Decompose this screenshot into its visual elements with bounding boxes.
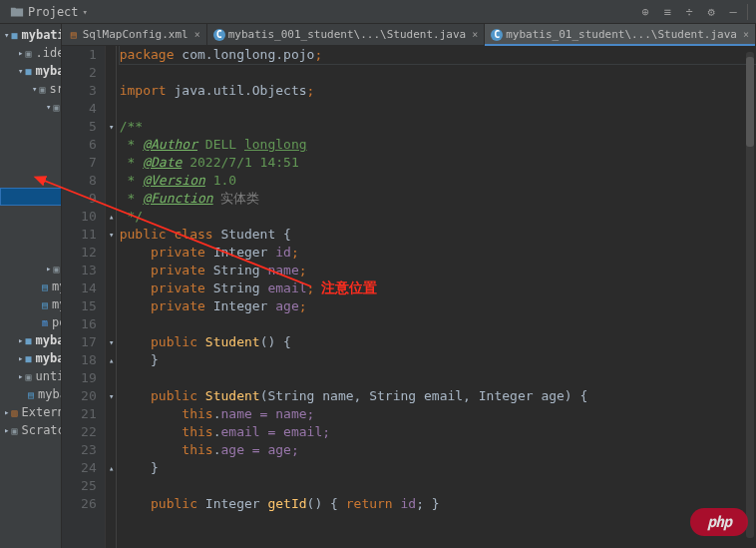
iml-icon: ▤ — [28, 387, 34, 401]
tree-main[interactable]: ▾▣main — [0, 98, 61, 116]
tree-src[interactable]: ▾▣src — [0, 80, 61, 98]
module-icon: ■ — [11, 28, 17, 42]
module-icon: ■ — [25, 333, 31, 347]
folder-icon: ▣ — [25, 369, 31, 383]
tree-module-002[interactable]: ▸■mybatis_002_user — [0, 349, 61, 367]
folder-icon: ▣ — [53, 100, 59, 114]
tree-jdbc-props[interactable]: ▤jdbc.properties — [0, 224, 62, 242]
tree-idea[interactable]: ▸▣.idea — [0, 44, 61, 62]
library-icon: ▥ — [11, 405, 17, 419]
expand-all-icon[interactable]: ≡ — [657, 2, 677, 22]
caret-down-icon: ▾ — [4, 30, 9, 40]
tree-pom[interactable]: mpom.xml — [0, 313, 61, 331]
project-tree[interactable]: ▾■mybatisall2 D:\JAVA\mybatisall2 ▸▣.ide… — [0, 24, 62, 548]
scrollbar-thumb[interactable] — [746, 57, 754, 147]
tab-student-01[interactable]: Cmybatis_01_student\...\Student.java× — [485, 24, 756, 45]
project-label: Project — [28, 5, 79, 19]
folder-icon: ▣ — [39, 82, 45, 96]
tab-student-001[interactable]: Cmybatis_001_student\...\Student.java× — [207, 24, 485, 45]
code-editor[interactable]: 1234 5678 9101112 13141516 17181920 2122… — [62, 46, 756, 548]
tree-mybatis-iml[interactable]: ▤mybatis.iml — [0, 277, 61, 295]
select-opened-file-icon[interactable]: ⊕ — [635, 2, 655, 22]
top-toolbar: Project ▾ ⊕ ≡ ÷ ⚙ — — [0, 0, 756, 24]
fold-toggle-icon[interactable]: ▾ — [106, 226, 118, 244]
folder-icon: ▣ — [25, 46, 31, 60]
tree-resources[interactable]: ▾▣resources — [0, 206, 61, 224]
editor-area: ▤SqlMapConfig.xml× Cmybatis_001_student\… — [62, 24, 756, 548]
iml-icon: ▤ — [42, 297, 48, 311]
tree-java[interactable]: ▾▣java — [0, 116, 61, 134]
project-icon — [10, 5, 24, 19]
folder-icon: ▣ — [53, 262, 59, 275]
fold-toggle-icon[interactable]: ▾ — [106, 387, 118, 405]
tree-module-student[interactable]: ▾■mybatis_01_student [mybatis] — [0, 62, 61, 80]
fold-toggle-icon[interactable]: ▴ — [106, 459, 118, 477]
vertical-scrollbar[interactable] — [746, 52, 754, 538]
tab-sqlmap[interactable]: ▤SqlMapConfig.xml× — [62, 24, 207, 45]
settings-gear-icon[interactable]: ⚙ — [701, 2, 721, 22]
scratches-icon: ▣ — [11, 423, 17, 437]
tree-module-001[interactable]: ▸■mybatis_001_student — [0, 331, 61, 349]
caret-right-icon: ▸ — [18, 48, 23, 58]
tree-root[interactable]: ▾■mybatisall2 D:\JAVA\mybatisall2 — [0, 26, 61, 44]
project-view-button[interactable]: Project ▾ — [6, 3, 92, 21]
module-icon: ■ — [25, 64, 31, 78]
php-watermark: php — [690, 508, 748, 536]
tree-test[interactable]: ▸▣test — [0, 260, 61, 277]
iml-icon: ▤ — [42, 279, 48, 293]
chevron-down-icon: ▾ — [83, 7, 88, 17]
fold-toggle-icon[interactable]: ▾ — [106, 333, 118, 351]
tree-ext-libs[interactable]: ▸▥External Libraries — [0, 403, 61, 421]
fold-toggle-icon[interactable]: ▾ — [106, 118, 118, 136]
module-icon: ■ — [25, 351, 31, 365]
tree-scratches[interactable]: ▸▣Scratches and Consoles — [0, 421, 61, 439]
editor-tabs: ▤SqlMapConfig.xml× Cmybatis_001_student\… — [62, 24, 756, 46]
maven-icon: m — [42, 315, 48, 329]
hide-icon[interactable]: — — [723, 2, 743, 22]
class-icon: C — [491, 29, 503, 41]
tree-student-class[interactable]: CStudent — [0, 188, 62, 206]
toolbar-separator — [747, 4, 748, 20]
line-gutter: 1234 5678 9101112 13141516 17181920 2122… — [62, 46, 106, 548]
tree-untitled[interactable]: ▸▣untitled — [0, 367, 61, 385]
tree-pojo[interactable]: ▾▣pojo — [0, 170, 62, 188]
close-icon[interactable]: × — [472, 29, 478, 40]
tree-student-iml[interactable]: ▤mybatis_01_student.iml — [0, 295, 61, 313]
code-content[interactable]: package com.longlong.pojo; import java.u… — [106, 46, 756, 548]
collapse-all-icon[interactable]: ÷ — [679, 2, 699, 22]
fold-toggle-icon[interactable]: ▴ — [106, 351, 118, 369]
tree-root-iml[interactable]: ▤mybatisall2.iml — [0, 385, 61, 403]
class-icon: C — [213, 29, 225, 41]
tree-sqlmap[interactable]: ▤SqlMapConfig.xml — [0, 242, 62, 260]
xml-icon: ▤ — [68, 29, 80, 41]
fold-toggle-icon[interactable]: ▴ — [106, 208, 118, 226]
tree-longlong[interactable]: ▾▣longlong — [0, 152, 62, 170]
close-icon[interactable]: × — [194, 29, 200, 40]
tree-com[interactable]: ▾▣com — [0, 134, 62, 152]
close-icon[interactable]: × — [743, 29, 749, 40]
